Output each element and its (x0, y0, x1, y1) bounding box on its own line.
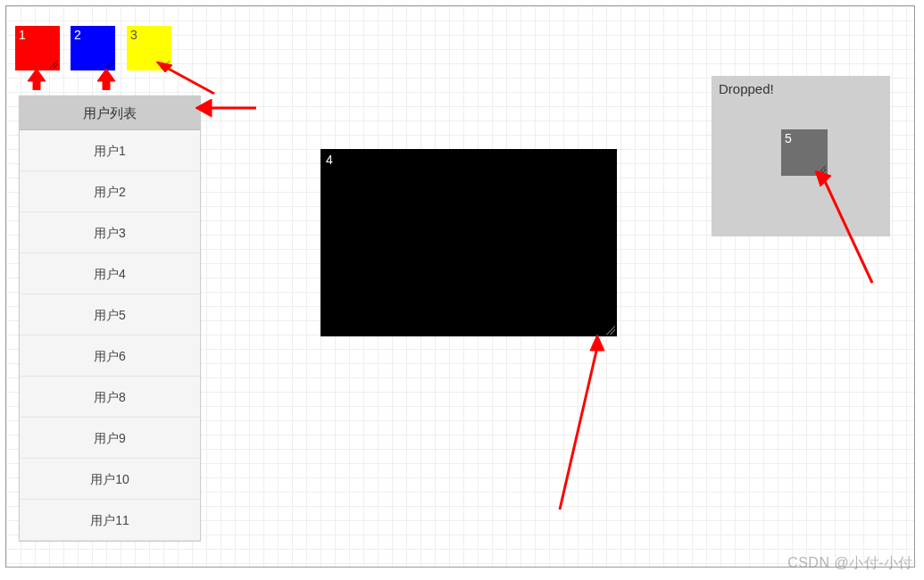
resize-handle-icon[interactable] (49, 60, 58, 69)
svg-marker-1 (97, 69, 115, 90)
list-item[interactable]: 用户5 (20, 294, 200, 336)
annotation-arrow-icon (26, 69, 53, 90)
draggable-box-1[interactable]: 1 (15, 26, 60, 70)
draggable-box-3[interactable]: 3 (127, 26, 171, 70)
list-item[interactable]: 用户8 (20, 377, 200, 418)
list-item[interactable]: 用户1 (20, 130, 200, 171)
draggable-box-5[interactable]: 5 (781, 129, 828, 176)
box-label: 1 (19, 28, 26, 42)
drop-target[interactable]: Dropped! 5 (712, 76, 890, 236)
svg-marker-6 (590, 335, 604, 351)
list-item[interactable]: 用户9 (20, 418, 200, 459)
list-item[interactable]: 用户3 (20, 212, 200, 253)
annotation-arrow-icon (553, 335, 606, 513)
box-label: 4 (326, 153, 333, 167)
list-item[interactable]: 用户6 (20, 336, 200, 377)
canvas-frame: 1 2 3 用户列表 用户1 用户2 用户3 用户4 用户5 用户6 用户8 用… (5, 5, 915, 568)
resize-handle-icon[interactable] (161, 60, 170, 69)
list-item[interactable]: 用户2 (20, 171, 200, 212)
resizable-box-4[interactable]: 4 (320, 149, 617, 336)
list-item[interactable]: 用户10 (20, 459, 200, 500)
svg-marker-0 (28, 69, 46, 90)
resize-handle-icon[interactable] (606, 326, 615, 335)
user-list-scroll[interactable]: 用户1 用户2 用户3 用户4 用户5 用户6 用户8 用户9 用户10 用户1… (20, 130, 200, 541)
box-label: 3 (130, 28, 137, 42)
svg-line-7 (560, 347, 597, 510)
drop-status-label: Dropped! (719, 81, 774, 96)
draggable-box-2[interactable]: 2 (71, 26, 115, 70)
list-item[interactable]: 用户4 (20, 253, 200, 294)
user-list-header: 用户列表 (20, 96, 200, 130)
user-list-panel: 用户列表 用户1 用户2 用户3 用户4 用户5 用户6 用户8 用户9 用户1… (19, 95, 201, 542)
annotation-arrow-icon (96, 69, 122, 90)
annotation-arrow-icon (196, 99, 258, 126)
list-item[interactable]: 用户11 (20, 500, 200, 541)
resize-handle-icon[interactable] (104, 60, 113, 69)
box-label: 2 (74, 28, 81, 42)
svg-line-3 (165, 67, 214, 94)
resize-handle-icon[interactable] (817, 165, 826, 174)
box-label: 5 (785, 131, 792, 145)
